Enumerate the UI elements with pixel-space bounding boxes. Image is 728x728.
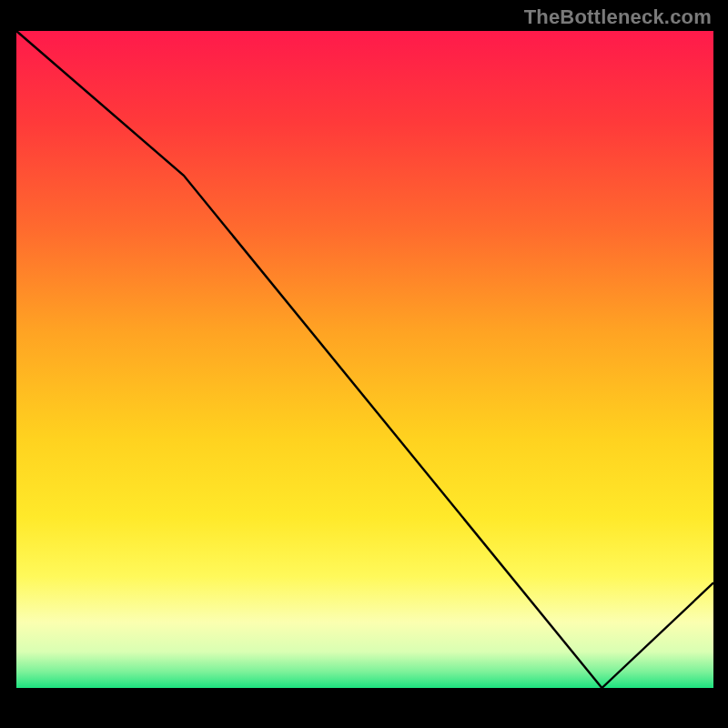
bottleneck-chart: [0, 0, 728, 728]
plot-area: [16, 31, 713, 688]
